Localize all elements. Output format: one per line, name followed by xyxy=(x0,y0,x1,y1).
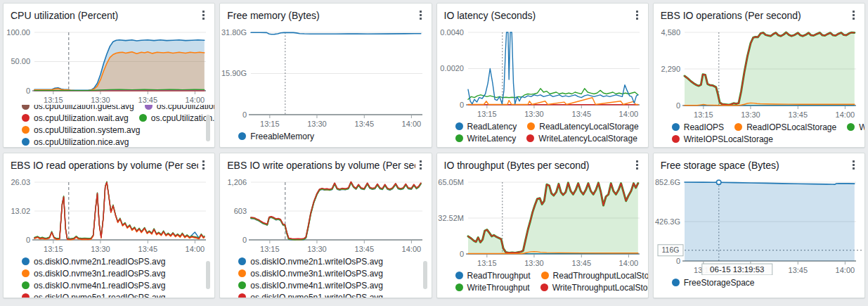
axis-label: 116G xyxy=(661,246,679,254)
legend-item-ReadIOPSLocalStorage[interactable]: ReadIOPSLocalStorage xyxy=(734,122,836,132)
legend-swatch xyxy=(526,134,534,142)
panel-menu-button[interactable] xyxy=(198,159,209,171)
axis-label: 13:30 xyxy=(524,110,544,118)
vertical-ellipsis-icon xyxy=(853,11,855,13)
series-line-FreeableMemory xyxy=(251,32,421,34)
ebs-io-write-operations-chart[interactable]: 1,206603013:1513:3013:4514:00 xyxy=(220,177,431,254)
axis-label: 0 xyxy=(459,250,463,258)
vertical-ellipsis-icon xyxy=(420,160,422,162)
panel-menu-button[interactable] xyxy=(415,9,426,21)
legend-item-os.cpuUtilization.guest.avg[interactable]: os.cpuUtilization.guest.avg xyxy=(22,105,134,111)
panel-menu-button[interactable] xyxy=(848,159,859,171)
ebs-io-operations-legend: ReadIOPSReadIOPSLocalStorageWriteIOPSWri… xyxy=(654,120,864,147)
legend-item-ReadThroughputLocalStorage[interactable]: ReadThroughputLocalStorage xyxy=(541,271,648,281)
axis-label: 2,290 xyxy=(661,65,680,73)
legend-label: os.diskIO.nvme3n1.writeIOsPS.avg xyxy=(250,269,383,279)
legend-swatch xyxy=(238,132,246,140)
legend-item-os.diskIO.nvme3n1.readIOsPS.avg[interactable]: os.diskIO.nvme3n1.readIOsPS.avg xyxy=(22,269,165,279)
legend-label: os.diskIO.nvme5n1.writeIOsPS.avg xyxy=(250,293,383,298)
cpu-utilization-chart[interactable]: 100.0050.00013:1513:3013:4514:00 xyxy=(4,27,214,105)
axis-label: 13:45 xyxy=(788,266,808,274)
legend-swatch xyxy=(455,283,463,291)
panel-menu-button[interactable] xyxy=(198,9,209,21)
legend-item-os.diskIO.nvme4n1.writeIOsPS.avg[interactable]: os.diskIO.nvme4n1.writeIOsPS.avg xyxy=(238,281,383,291)
panel-menu-button[interactable] xyxy=(632,159,642,171)
panel-menu-button[interactable] xyxy=(848,9,859,21)
legend-item-ReadIOPS[interactable]: ReadIOPS xyxy=(672,122,724,132)
ebs-io-operations-chart[interactable]: 4,5802,290013:1513:3013:4514:00 xyxy=(654,27,864,120)
legend-swatch xyxy=(22,138,30,146)
legend-item-os.diskIO.nvme2n1.writeIOsPS.avg[interactable]: os.diskIO.nvme2n1.writeIOsPS.avg xyxy=(238,257,383,267)
legend-item-os.diskIO.nvme2n1.readIOsPS.avg[interactable]: os.diskIO.nvme2n1.readIOsPS.avg xyxy=(22,257,165,267)
legend-label: ReadThroughputLocalStorage xyxy=(553,271,648,281)
legend-item-FreeableMemory[interactable]: FreeableMemory xyxy=(238,132,314,141)
panel-free-memory: Free memory (Bytes) 31.80G15.90G013:1513… xyxy=(219,3,432,148)
panel-io-latency: IO latency (Seconds) 0.00400.0020013:151… xyxy=(436,3,649,148)
axis-label: 14:00 xyxy=(835,266,855,274)
axis-label: 13:45 xyxy=(571,259,591,267)
legend-item-WriteThroughput[interactable]: WriteThroughput xyxy=(455,283,530,293)
legend-item-ReadLatencyLocalStorage[interactable]: ReadLatencyLocalStorage xyxy=(527,122,638,132)
panel-title: EBS IO operations (Per second) xyxy=(661,9,801,22)
panel-menu-button[interactable] xyxy=(415,159,426,171)
io-throughput-legend: ReadThroughputReadThroughputLocalStorage… xyxy=(437,268,648,298)
legend-item-os.diskIO.nvme4n1.readIOsPS.avg[interactable]: os.diskIO.nvme4n1.readIOsPS.avg xyxy=(22,281,165,291)
axis-label: 13:45 xyxy=(788,110,808,119)
legend-label: os.cpuUtilization.irq.avg xyxy=(157,105,215,111)
free-memory-legend: FreeableMemory xyxy=(220,129,431,147)
axis-label: 13:30 xyxy=(307,245,327,253)
legend-scrollbar[interactable] xyxy=(206,261,210,289)
axis-label: 13:15 xyxy=(44,96,63,104)
axis-label: 14:00 xyxy=(835,110,855,119)
series-area-FreeStorageSpace xyxy=(685,182,855,261)
legend-label: ReadLatencyLocalStorage xyxy=(539,122,638,132)
legend-swatch xyxy=(22,293,30,298)
legend-item-os.diskIO.nvme3n1.writeIOsPS.avg[interactable]: os.diskIO.nvme3n1.writeIOsPS.avg xyxy=(238,269,383,279)
legend-item-WriteLatencyLocalStorage[interactable]: WriteLatencyLocalStorage xyxy=(526,134,637,144)
io-throughput-chart[interactable]: 65.05M32.52M013:1513:3013:4514:00 xyxy=(437,177,648,268)
series-area-os.cpuUtilization.system.avg xyxy=(34,52,205,91)
legend-item-WriteIOPS[interactable]: WriteIOPS xyxy=(847,122,864,132)
axis-label: 14:00 xyxy=(186,245,205,253)
ebs-io-read-operations-chart[interactable]: 26.0313.02013:1513:3013:4514:00 xyxy=(4,177,214,254)
legend-item-FreeStorageSpace[interactable]: FreeStorageSpace xyxy=(672,278,755,288)
legend-label: WriteLatency xyxy=(467,134,517,144)
ebs-io-read-operations-by-volume-svg: 26.0313.02013:1513:3013:4514:00 xyxy=(4,177,214,254)
legend-scrollbar[interactable] xyxy=(423,261,427,289)
legend-item-WriteIOPSLocalStorage[interactable]: WriteIOPSLocalStorage xyxy=(672,134,773,144)
legend-item-os.cpuUtilization.nice.avg[interactable]: os.cpuUtilization.nice.avg xyxy=(22,137,129,147)
legend-item-os.cpuUtilization.wait.avg[interactable]: os.cpuUtilization.wait.avg xyxy=(22,113,129,123)
series-line-os.diskIO.nvme2n1.writeIOsPS.avg xyxy=(251,183,421,240)
legend-item-WriteLatency[interactable]: WriteLatency xyxy=(455,134,517,144)
axis-label: 4,580 xyxy=(661,28,680,37)
legend-item-ReadLatency[interactable]: ReadLatency xyxy=(455,122,517,132)
series-line-os.diskIO.nvme5n1.writeIOsPS.avg xyxy=(251,181,421,238)
legend-label: WriteThroughput xyxy=(467,283,530,293)
axis-label: 13:45 xyxy=(571,110,591,118)
legend-swatch xyxy=(22,281,30,289)
legend-scrollbar[interactable] xyxy=(206,115,210,141)
ebs-io-read-operations-legend: os.diskIO.nvme2n1.readIOsPS.avgos.diskIO… xyxy=(4,254,214,298)
legend-item-os.cpuUtilization.irq.avg[interactable]: os.cpuUtilization.irq.avg xyxy=(145,105,215,111)
io-latency-chart[interactable]: 0.00400.0020013:1513:3013:4514:00 xyxy=(437,27,648,119)
panel-menu-button[interactable] xyxy=(632,9,642,21)
legend-swatch xyxy=(455,122,463,130)
legend-item-WriteThroughputLocalStorage[interactable]: WriteThroughputLocalStorage xyxy=(540,283,648,293)
legend-item-os.diskIO.nvme5n1.writeIOsPS.avg[interactable]: os.diskIO.nvme5n1.writeIOsPS.avg xyxy=(238,293,383,298)
axis-label: 13:15 xyxy=(44,245,63,253)
legend-swatch xyxy=(672,135,680,143)
axis-label: 14:00 xyxy=(402,120,422,128)
legend-swatch xyxy=(238,257,246,265)
axis-label: 0 xyxy=(26,87,30,95)
legend-item-os.diskIO.nvme5n1.readIOsPS.avg[interactable]: os.diskIO.nvme5n1.readIOsPS.avg xyxy=(22,293,165,298)
axis-label: 14:00 xyxy=(618,110,638,118)
legend-label: os.diskIO.nvme5n1.readIOsPS.avg xyxy=(34,293,165,298)
legend-item-ReadThroughput[interactable]: ReadThroughput xyxy=(455,271,531,281)
legend-item-os.cpuUtilization.user.avg[interactable]: os.cpuUtilization.user.avg xyxy=(139,113,215,123)
legend-item-os.cpuUtilization.system.avg[interactable]: os.cpuUtilization.system.avg xyxy=(22,125,140,135)
free-memory-chart[interactable]: 31.80G15.90G013:1513:3013:4514:00 xyxy=(220,27,431,129)
legend-label: WriteIOPSLocalStorage xyxy=(684,134,773,144)
free-storage-space-chart[interactable]: 852.6G426.3G013:1513:3013:4514:00116G06-… xyxy=(654,177,864,275)
axis-label: 0.0040 xyxy=(440,28,464,37)
axis-label: 13:15 xyxy=(260,120,280,128)
